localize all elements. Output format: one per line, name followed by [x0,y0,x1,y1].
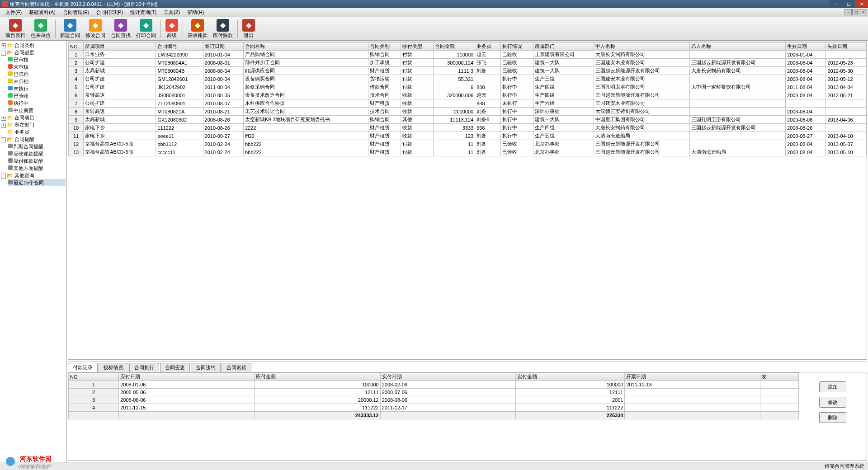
table-row[interactable]: 2公司扩建MT080804A12008-08-01部件外加工合同加工承揽付款30… [69,59,867,67]
mdi-restore[interactable]: ◻ [852,9,859,15]
window-title: 维克合同管理系统 - 单机版 2013.2.0.0411 - (试用) - [最… [10,1,157,8]
menu-item[interactable]: 文件(F) [2,9,25,16]
tree-node[interactable]: 应收账款提醒 [8,150,66,157]
toolbar-icon: ◆ [114,19,127,32]
toolbar-label: 项目资料 [5,32,25,39]
table-row[interactable]: 7公司扩建ZL120809012010-08-07木料供应合作协议财产租赁收款8… [69,99,867,108]
table-row[interactable]: 4公司扩建GM120426012010-08-04设备购买合同货物运输付款55.… [69,75,867,83]
tab-合同违约[interactable]: 合同违约 [191,363,221,372]
table-row[interactable]: 11家电下乡eeee112010-08-27fff22财产租赁收款123刘备执行… [69,132,867,140]
menu-item[interactable]: 工具(Z) [160,9,184,16]
tree-node[interactable]: 已审核 [8,56,66,63]
mdi-minimize[interactable]: - [844,9,852,15]
tree-node[interactable]: 中止搁置 [8,107,66,114]
table-row[interactable]: 1日常业务EW342220902010-01-04产品购销合同购销合同付款110… [69,51,867,59]
tree-node[interactable]: 已归档 [8,70,66,78]
menu-item[interactable]: 帮助(H) [184,9,208,16]
toolbar-高级[interactable]: ◆高级 [163,18,181,40]
payment-grid[interactable]: NO应付日期应付金额实付日期实付金额开票日期发12008-01-06100000… [68,372,799,461]
col-header[interactable]: 甲方名称 [594,42,690,51]
pay-row[interactable]: 32008-08-0620000.122008-08-062001 [69,396,799,404]
table-row[interactable]: 10家电下乡1112222010-08-262222财产租赁收款3333666执… [69,124,867,132]
toolbar-合同查找[interactable]: ◆合同查找 [108,18,133,40]
col-header[interactable]: 合同名称 [243,42,368,51]
pay-col-header[interactable]: 实付日期 [380,373,515,381]
menu-item[interactable]: 基础资料(A) [25,9,59,16]
toolbar-往来单位[interactable]: ◆往来单位 [28,18,53,40]
toolbar-icon: ◆ [34,19,47,32]
tree-node[interactable]: 📁 业务员 [1,128,66,136]
col-header[interactable]: 合同金额 [434,42,475,51]
table-row[interactable]: 9太高新城GX120809022008-08-26太空新城K9-2地块项目研究策… [69,116,867,124]
delete-button[interactable]: 删除 [819,412,846,423]
table-row[interactable]: 13京福台高铁ABCD-5段ccccc112010-02-24bbb222财产租… [69,148,867,156]
tree-node[interactable]: 未执行 [8,85,66,92]
toolbar-应收账款[interactable]: ◆应收账款 [185,18,210,40]
pay-col-header[interactable]: 应付日期 [119,373,254,381]
tab-合同索赔[interactable]: 合同索赔 [222,363,251,372]
tree-node[interactable]: 最近15个合同 [8,179,66,186]
close-button[interactable]: ✕ [855,0,868,7]
table-row[interactable]: 8常转高速MT080821A2010-08-21工艺技术转让合同技术合同收款20… [69,108,867,116]
tree-node[interactable]: 其他方面提醒 [8,164,66,172]
tab-合同执行[interactable]: 合同执行 [129,363,159,372]
pay-col-header[interactable]: 实付金额 [516,373,625,381]
tree-node[interactable]: 应付账款提醒 [8,157,66,164]
tree-node[interactable]: 未审核 [8,63,66,70]
table-row[interactable]: 12京福台高铁ABCD-5段bbb11122010-02-24bbb222财产租… [69,140,867,148]
pay-row[interactable]: 42011-12-151112222011-12-17111222 [69,404,799,412]
tree-node[interactable]: +📁 合同项目 [1,114,66,121]
col-header[interactable]: 执行情况 [500,42,533,51]
col-header[interactable]: 所属项目 [84,42,156,51]
titlebar: 维克合同管理系统 - 单机版 2013.2.0.0411 - (试用) - [最… [0,0,868,8]
toolbar-打印合同[interactable]: ◆打印合同 [133,18,159,40]
tree-node[interactable]: 执行中 [8,99,66,107]
tree-node[interactable]: -📂 其他查询 [1,172,66,179]
col-header[interactable]: 乙方名称 [690,42,786,51]
pay-row[interactable]: 12008-01-061000002008-02-061000002011-12… [69,381,799,389]
tab-合同变更[interactable]: 合同变更 [160,363,190,372]
pay-col-header[interactable]: 发 [760,373,798,381]
minimize-button[interactable]: ─ [829,0,842,7]
table-row[interactable]: 5公司扩建JK120429022011-08-04装修采购合同借款合同付款688… [69,83,867,91]
menu-item[interactable]: 统计查询(T) [127,9,160,16]
tree-node[interactable]: -📂 合同提醒 [1,136,66,143]
tree-node[interactable]: +📁 合同类别 [1,42,66,49]
tab-投标情况[interactable]: 投标情况 [99,363,128,372]
toolbar-应付账款[interactable]: ◆应付账款 [210,18,236,40]
tree-node[interactable]: -📂 合同进度 [1,49,66,56]
menu-item[interactable]: 合同打印(P) [93,9,127,16]
table-row[interactable]: 6常转高速JS080808012010-08-05设备技术改造合同技术合同收款3… [69,91,867,99]
col-header[interactable]: 业务员 [475,42,501,51]
toolbar-退出[interactable]: ◆退出 [240,18,258,40]
col-header[interactable]: 所属部门 [533,42,594,51]
toolbar-项目资料[interactable]: ◆项目资料 [3,18,28,40]
col-header[interactable]: 合同编号 [156,42,203,51]
tab-付款记录[interactable]: 付款记录 [68,363,98,372]
col-header[interactable]: NO [69,42,84,51]
col-header[interactable]: 签订日期 [203,42,243,51]
menubar: 文件(F)基础资料(A)合同管理(E)合同打印(P)统计查询(T)工具(Z)帮助… [0,8,868,17]
col-header[interactable]: 生效日期 [786,42,826,51]
pay-col-header[interactable]: 应付金额 [254,373,380,381]
pay-row[interactable]: 22008-05-06121112008-07-0612111 [69,389,799,396]
edit-button[interactable]: 修改 [819,397,846,408]
tree-node[interactable]: 到期合同提醒 [8,143,66,150]
toolbar-新建合同[interactable]: ◆新建合同 [57,18,83,40]
table-row[interactable]: 3太高新城MT080804B2008-08-04能源供应合同财产租赁付款1111… [69,67,867,75]
menu-item[interactable]: 合同管理(E) [59,9,93,16]
col-header[interactable]: 收付类型 [401,42,434,51]
col-header[interactable]: 失效日期 [826,42,867,51]
mdi-close[interactable]: × [860,9,867,15]
tree-node[interactable]: 已验收 [8,92,66,99]
contract-grid[interactable]: NO所属项目合同编号签订日期合同名称合同类别收付类型合同金额业务员执行情况所属部… [68,42,867,360]
pay-col-header[interactable]: 开票日期 [625,373,760,381]
add-button[interactable]: 添加 [819,381,846,392]
toolbar-修改合同[interactable]: ◆修改合同 [83,18,108,40]
toolbar: ◆项目资料◆往来单位◆新建合同◆修改合同◆合同查找◆打印合同◆高级◆应收账款◆应… [0,17,868,41]
maximize-button[interactable]: ◻ [842,0,855,7]
col-header[interactable]: 合同类别 [368,42,401,51]
tree-node[interactable]: +📁 所在部门 [1,121,66,128]
tree-node[interactable]: 未归档 [8,78,66,85]
pay-col-header[interactable]: NO [69,373,119,381]
